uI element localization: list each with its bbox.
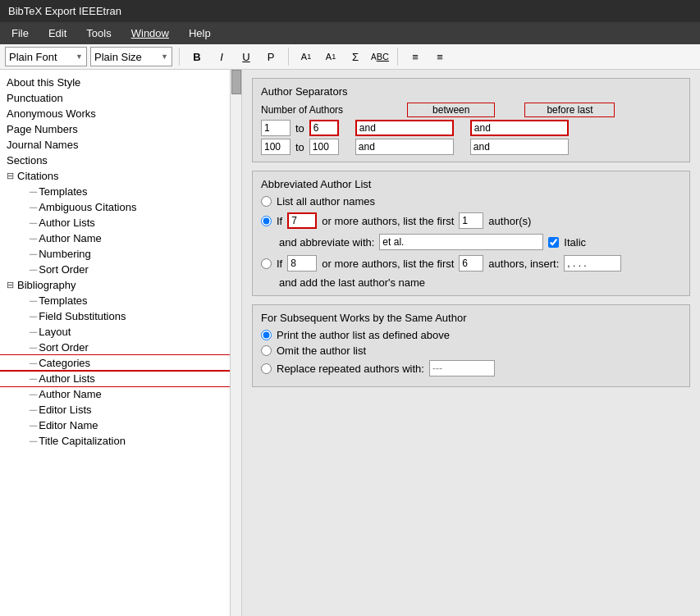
sidebar-item-editor-lists[interactable]: ─Editor Lists [0, 402, 241, 418]
menu-window[interactable]: Window [128, 25, 172, 41]
sidebar-item-author-name[interactable]: ─Author Name [0, 230, 241, 246]
authors-to-2[interactable] [309, 139, 339, 155]
sidebar-item-citations[interactable]: ⊟Citations [0, 168, 241, 184]
abbrev-option2-radio[interactable] [261, 216, 272, 226]
sidebar-scrollbar[interactable] [230, 70, 241, 616]
menu-help[interactable]: Help [185, 25, 214, 41]
before-last-1[interactable] [470, 120, 569, 136]
subscript-button[interactable]: A1 [320, 47, 341, 66]
abbrev-option3-first[interactable] [459, 255, 483, 271]
authors-from-2[interactable] [261, 139, 291, 155]
to-label-2: to [295, 141, 304, 153]
sidebar-item-bibliography[interactable]: ⊟Bibliography [0, 277, 241, 293]
abbrev-option3-middle: or more authors, list the first [322, 258, 454, 270]
abbrev-option3-suffix: authors, insert: [488, 258, 559, 270]
bold-button[interactable]: B [186, 47, 208, 66]
subseq-option2-radio[interactable] [261, 345, 272, 356]
sidebar-item-bib-templates[interactable]: ─Templates [0, 293, 241, 308]
sidebar-item-page-numbers[interactable]: Page Numbers [0, 121, 241, 137]
content-area: Author Separators Number of Authors betw… [242, 70, 700, 616]
abbrev-suffix-text: author(s) [488, 215, 531, 227]
sidebar-item-bib-author-lists[interactable]: ─Author Lists [0, 371, 241, 386]
et-al-input[interactable] [379, 234, 543, 250]
subsequent-works-section: For Subsequent Works by the Same Author … [252, 304, 690, 387]
replace-with-input[interactable] [429, 360, 495, 376]
toolbar-separator-3 [397, 48, 398, 66]
paragraph-button[interactable]: P [260, 47, 281, 66]
add-last-row: and add the last author's name [279, 276, 681, 289]
superscript-button[interactable]: A1 [295, 47, 317, 66]
citations-tree-icon: ⊟ [7, 171, 14, 181]
abbrev-count-input[interactable] [287, 212, 317, 229]
align-left-button[interactable]: ≡ [405, 47, 426, 66]
sidebar-item-bib-sort[interactable]: ─Sort Order [0, 340, 241, 355]
subseq-option2-label[interactable]: Omit the author list [277, 345, 366, 357]
abbrev-first-input[interactable] [459, 212, 483, 229]
sidebar-item-bib-author-name[interactable]: ─Author Name [0, 386, 241, 402]
author-separators-section: Author Separators Number of Authors betw… [252, 78, 690, 162]
bibliography-tree-icon: ⊟ [7, 280, 14, 290]
abbreviated-author-list-section: Abbreviated Author List List all author … [252, 171, 690, 296]
add-last-label: and add the last author's name [279, 276, 425, 289]
toolbar-separator-1 [179, 48, 180, 66]
abbreviate-with-label: and abbreviate with: [279, 236, 374, 249]
italic-label[interactable]: Italic [564, 236, 586, 249]
between-1[interactable] [355, 120, 454, 136]
sidebar-item-sections[interactable]: Sections [0, 153, 241, 168]
abbrev-option3-insert[interactable] [564, 255, 621, 271]
sidebar-item-ambiguous[interactable]: ─Ambiguous Citations [0, 199, 241, 215]
abbrev-option1-label[interactable]: List all author names [277, 195, 375, 208]
subseq-option1-label[interactable]: Print the author list as defined above [277, 329, 450, 341]
sidebar-item-sort-order[interactable]: ─Sort Order [0, 262, 241, 277]
sidebar-item-about[interactable]: About this Style [0, 75, 241, 90]
size-dropdown[interactable]: Plain Size ▼ [90, 47, 172, 66]
before-last-2[interactable] [470, 139, 569, 155]
menu-edit[interactable]: Edit [45, 25, 70, 41]
underline-button[interactable]: U [236, 47, 257, 66]
sidebar-item-categories[interactable]: ─Categories [0, 355, 241, 371]
between-2[interactable] [355, 139, 454, 155]
col-header-num-authors: Number of Authors [261, 104, 343, 116]
font-dropdown[interactable]: Plain Font ▼ [5, 47, 87, 66]
italic-button[interactable]: I [211, 47, 232, 66]
sidebar-item-templates[interactable]: ─Templates [0, 184, 241, 199]
sidebar-list: About this Style Punctuation Anonymous W… [0, 75, 241, 449]
subseq-option1-radio[interactable] [261, 330, 272, 340]
sidebar-item-anonymous[interactable]: Anonymous Works [0, 106, 241, 121]
abbrev-option3-prefix: If [277, 258, 282, 270]
subseq-option3-label[interactable]: Replace repeated authors with: [277, 363, 424, 375]
abbrev-option1-radio[interactable] [261, 196, 272, 207]
authors-from-1[interactable] [261, 120, 291, 136]
subseq-option3-radio[interactable] [261, 363, 272, 374]
italic-checkbox[interactable] [548, 237, 559, 248]
app-title: BibTeX Export IEEEtran [8, 5, 121, 17]
authors-to-1[interactable] [309, 120, 339, 136]
sidebar-item-title-cap[interactable]: ─Title Capitalization [0, 433, 241, 449]
sidebar-item-author-lists[interactable]: ─Author Lists [0, 215, 241, 230]
sidebar-item-field-subs[interactable]: ─Field Substitutions [0, 308, 241, 324]
abbreviated-author-list-title: Abbreviated Author List [261, 178, 681, 190]
sidebar-item-journal-names[interactable]: Journal Names [0, 137, 241, 153]
abbrev-option3-radio[interactable] [261, 258, 272, 269]
author-separators-title: Author Separators [261, 85, 681, 98]
sidebar-item-punctuation[interactable]: Punctuation [0, 90, 241, 106]
abbreviate-with-row: and abbreviate with: Italic [279, 234, 681, 250]
toolbar-separator-2 [288, 48, 289, 66]
subseq-option1-row: Print the author list as defined above [261, 329, 681, 341]
col-header-before-last: before last [524, 103, 615, 117]
abbrev-option2-row: If or more authors, list the first autho… [261, 212, 681, 229]
toolbar: Plain Font ▼ Plain Size ▼ B I U P A1 A1 … [0, 44, 700, 70]
align-right-button[interactable]: ≡ [429, 47, 451, 66]
sidebar-item-numbering[interactable]: ─Numbering [0, 246, 241, 262]
sidebar-item-layout[interactable]: ─Layout [0, 324, 241, 340]
menu-bar: File Edit Tools Window Help [0, 22, 700, 44]
menu-file[interactable]: File [8, 25, 32, 41]
abbrev-middle-text: or more authors, list the first [322, 215, 454, 227]
subseq-option2-row: Omit the author list [261, 345, 681, 357]
abbrev-option3-count[interactable] [287, 255, 317, 271]
sidebar-item-editor-name[interactable]: ─Editor Name [0, 418, 241, 433]
abc-button[interactable]: ABC [369, 47, 391, 66]
menu-tools[interactable]: Tools [83, 25, 114, 41]
sigma-button[interactable]: Σ [345, 47, 366, 66]
font-dropdown-arrow: ▼ [75, 52, 83, 61]
